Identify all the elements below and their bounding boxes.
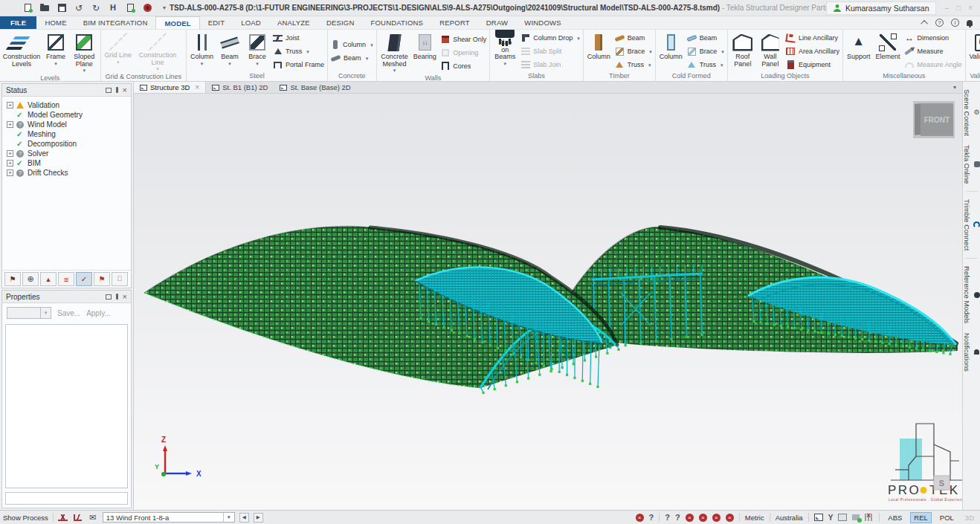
snap-badge[interactable]: S	[934, 476, 950, 490]
notification-bell-icon[interactable]	[967, 20, 973, 26]
toggle-3d[interactable]: 3D	[962, 513, 977, 523]
process-flag-button[interactable]	[73, 512, 83, 523]
bearing-wall-button[interactable]: Bearing	[411, 31, 438, 74]
tab-file[interactable]: FILE	[0, 16, 36, 29]
model-viewport[interactable]: FRONT Z X Y	[134, 94, 962, 510]
toggle-rel[interactable]: REL	[910, 512, 931, 523]
timber-brace-button[interactable]: Brace	[615, 45, 652, 58]
tab-analyze[interactable]: ANALYZE	[269, 16, 318, 29]
steel-column-button[interactable]: Column	[188, 31, 216, 71]
tree-item-wind-model[interactable]: Wind Model	[7, 120, 129, 129]
image-export-icon[interactable]	[838, 514, 847, 521]
column-drop-button[interactable]: Column Drop	[520, 32, 580, 45]
view-cube[interactable]: FRONT	[913, 101, 955, 138]
float-panel-icon[interactable]	[106, 294, 112, 300]
expand-icon[interactable]	[7, 150, 13, 157]
new-document-button[interactable]	[22, 3, 33, 13]
construction-line-button[interactable]: Construction Line	[135, 31, 181, 72]
sidebar-tab-reference-models[interactable]: Reference Models	[963, 263, 980, 326]
wall-panel-button[interactable]: Wall Panel	[757, 31, 784, 71]
measure-button[interactable]: Measure	[904, 45, 961, 58]
close-tab-icon[interactable]	[193, 83, 199, 91]
portal-frame-button[interactable]: Portal Frame	[273, 59, 324, 71]
previous-loadcase-button[interactable]	[239, 513, 249, 523]
measure-angle-button[interactable]: Measure Angle	[904, 59, 961, 71]
next-loadcase-button[interactable]	[254, 513, 263, 523]
view-settings-icon[interactable]	[814, 514, 823, 521]
sidebar-tab-notifications[interactable]: Notifications	[963, 330, 980, 375]
view-tab-st-base-2d[interactable]: St. Base (Base) 2D	[274, 82, 356, 93]
cold-formed-truss-button[interactable]: Truss	[687, 59, 724, 71]
pin-panel-icon[interactable]	[116, 87, 118, 93]
status-unknown-icon[interactable]: ?	[649, 513, 654, 522]
cold-formed-brace-button[interactable]: Brace	[687, 45, 724, 58]
help-icon[interactable]: ?	[935, 19, 944, 27]
expand-icon[interactable]	[7, 102, 13, 109]
status-error-icon[interactable]	[726, 514, 734, 522]
status-filter-report-button[interactable]	[112, 272, 128, 286]
tab-design[interactable]: DESIGN	[318, 16, 363, 29]
redo-button[interactable]	[91, 3, 101, 13]
opening-button[interactable]: Opening	[440, 46, 486, 59]
roof-panel-button[interactable]: Roof Panel	[729, 31, 756, 71]
expand-icon[interactable]	[7, 160, 13, 166]
status-filter-globe-button[interactable]	[22, 272, 39, 286]
concrete-beam-button[interactable]: Beam	[331, 52, 373, 65]
timber-beam-button[interactable]: Beam	[615, 32, 652, 45]
element-button[interactable]: Element	[873, 31, 902, 71]
view-tab-menu-caret[interactable]	[953, 82, 962, 93]
status-error-icon[interactable]	[699, 514, 707, 522]
properties-preset-dropdown[interactable]	[7, 307, 51, 319]
record-button[interactable]	[142, 3, 152, 13]
tab-foundations[interactable]: FOUNDATIONS	[363, 16, 432, 29]
status-unknown-icon[interactable]: ?	[665, 513, 670, 522]
tree-item-model-geometry[interactable]: Model Geometry	[7, 110, 129, 120]
status-error-icon[interactable]	[686, 514, 694, 522]
pin-panel-icon[interactable]	[116, 294, 118, 300]
selection-status-icon[interactable]	[852, 514, 860, 520]
validate-quick-button[interactable]	[125, 3, 135, 13]
open-button[interactable]	[39, 3, 50, 13]
node-display-icon[interactable]	[828, 514, 834, 522]
close-panel-icon[interactable]	[123, 293, 127, 301]
properties-save-button[interactable]: Save...	[57, 309, 80, 317]
joist-button[interactable]: Joist	[273, 32, 324, 45]
validate-button[interactable]: Validate	[967, 31, 980, 71]
construction-levels-button[interactable]: Construction Levels	[1, 31, 42, 74]
status-filter-list-button[interactable]	[58, 272, 74, 286]
sloped-plane-button[interactable]: Sloped Plane	[70, 31, 99, 74]
sidebar-tab-scene-content[interactable]: Scene Content	[963, 86, 980, 139]
solver-model-button[interactable]	[58, 512, 68, 523]
collapse-ribbon-icon[interactable]	[921, 20, 928, 28]
expand-icon[interactable]	[7, 121, 13, 128]
tree-item-drift-checks[interactable]: Drift Checks	[7, 168, 129, 178]
close-button[interactable]: ×	[968, 4, 973, 12]
close-panel-icon[interactable]	[123, 86, 127, 94]
tab-model[interactable]: MODEL	[155, 16, 199, 29]
units-label[interactable]: Metric	[745, 514, 764, 522]
properties-apply-button[interactable]: Apply...	[86, 309, 111, 317]
expand-icon[interactable]	[7, 169, 13, 176]
qat-customize-caret[interactable]	[159, 3, 170, 13]
timber-truss-button[interactable]: Truss	[615, 59, 652, 71]
float-panel-icon[interactable]	[106, 88, 112, 93]
concrete-meshed-wall-button[interactable]: Concrete Meshed	[378, 31, 411, 74]
maximize-button[interactable]: □	[956, 4, 961, 12]
save-button[interactable]	[57, 3, 67, 13]
cold-formed-column-button[interactable]: Column	[657, 31, 685, 71]
user-account-button[interactable]: Kumarasamy Sutharsan	[826, 1, 936, 15]
sidebar-tab-tekla-online[interactable]: Tekla Online	[963, 142, 980, 187]
grid-line-button[interactable]: Grid Line	[103, 31, 135, 72]
cold-formed-beam-button[interactable]: Beam	[687, 32, 724, 45]
status-filter-flag-button[interactable]	[94, 272, 110, 286]
tree-item-validation[interactable]: Validation	[7, 100, 129, 110]
status-filter-validate-button[interactable]	[76, 272, 92, 286]
tree-item-meshing[interactable]: Meshing	[7, 129, 129, 139]
show-process-icon-button[interactable]	[108, 3, 118, 13]
steel-brace-button[interactable]: Brace	[244, 31, 271, 71]
structure-3d-scene[interactable]: FRONT Z X Y	[134, 94, 962, 510]
tab-home[interactable]: HOME	[36, 16, 74, 29]
view-tab-structure-3d[interactable]: Structure 3D	[134, 82, 206, 93]
table-error-icon[interactable]	[865, 514, 874, 521]
tree-item-decomposition[interactable]: Decomposition	[7, 139, 129, 149]
